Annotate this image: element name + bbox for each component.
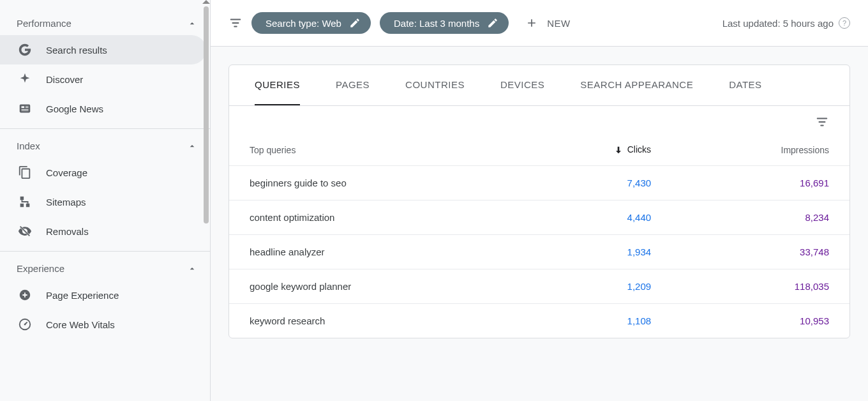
divider bbox=[0, 128, 210, 129]
vitals-icon bbox=[18, 317, 32, 331]
new-label: NEW bbox=[547, 18, 571, 29]
nav-page-experience[interactable]: Page Experience bbox=[0, 280, 206, 310]
cell-query: keyword research bbox=[229, 304, 514, 338]
section-experience[interactable]: Experience bbox=[0, 257, 210, 280]
chip-label: Date: Last 3 months bbox=[394, 18, 479, 29]
table-row[interactable]: google keyword planner 1,209 118,035 bbox=[229, 269, 849, 304]
nav-google-news[interactable]: Google News bbox=[0, 94, 206, 123]
nav-search-results[interactable]: Search results bbox=[0, 35, 206, 64]
divider bbox=[0, 251, 210, 252]
tab-dates[interactable]: DATES bbox=[729, 65, 761, 105]
svg-rect-2 bbox=[26, 106, 29, 107]
nav-label: Discover bbox=[46, 74, 83, 85]
nav-label: Removals bbox=[46, 226, 89, 237]
search-type-chip[interactable]: Search type: Web bbox=[251, 12, 371, 34]
toolbar: Search type: Web Date: Last 3 months NEW… bbox=[211, 0, 868, 47]
cell-query: headline analyzer bbox=[229, 235, 514, 269]
chevron-up-icon bbox=[187, 264, 197, 274]
queries-card: QUERIES PAGES COUNTRIES DEVICES SEARCH A… bbox=[228, 64, 850, 338]
svg-rect-7 bbox=[20, 204, 24, 208]
col-query[interactable]: Top queries bbox=[229, 134, 514, 166]
last-updated: Last updated: 5 hours ago ? bbox=[722, 17, 850, 29]
section-label: Experience bbox=[17, 263, 64, 274]
section-index[interactable]: Index bbox=[0, 134, 210, 158]
google-icon bbox=[18, 43, 32, 57]
cell-clicks: 7,430 bbox=[514, 166, 671, 200]
removal-icon bbox=[18, 224, 32, 238]
chevron-up-icon bbox=[187, 19, 197, 29]
nav-discover[interactable]: Discover bbox=[0, 64, 206, 94]
table-row[interactable]: beginners guide to seo 7,430 16,691 bbox=[229, 166, 849, 200]
section-label: Index bbox=[17, 140, 40, 151]
svg-point-13 bbox=[24, 324, 26, 326]
table-row[interactable]: keyword research 1,108 10,953 bbox=[229, 304, 849, 338]
nav-label: Sitemaps bbox=[46, 197, 86, 208]
chevron-up-icon bbox=[187, 141, 197, 151]
chip-label: Search type: Web bbox=[266, 18, 341, 29]
nav-label: Page Experience bbox=[46, 290, 119, 301]
svg-rect-1 bbox=[22, 106, 25, 108]
news-icon bbox=[18, 102, 32, 116]
table-header-row: Top queries Clicks Impressions bbox=[229, 134, 849, 166]
nav-sitemaps[interactable]: Sitemaps bbox=[0, 187, 206, 216]
nav-label: Search results bbox=[46, 45, 107, 56]
pencil-icon bbox=[487, 17, 498, 29]
sitemap-icon bbox=[18, 195, 32, 209]
queries-table: Top queries Clicks Impressions beginners… bbox=[229, 134, 849, 338]
cell-impressions: 16,691 bbox=[671, 166, 849, 200]
filter-icon[interactable] bbox=[228, 16, 243, 30]
tabs: QUERIES PAGES COUNTRIES DEVICES SEARCH A… bbox=[229, 65, 849, 106]
cell-clicks: 1,934 bbox=[514, 235, 671, 269]
section-performance[interactable]: Performance bbox=[0, 11, 210, 35]
pages-icon bbox=[18, 165, 32, 179]
section-label: Performance bbox=[17, 18, 71, 29]
svg-rect-6 bbox=[20, 197, 24, 200]
cell-clicks: 1,108 bbox=[514, 304, 671, 338]
svg-rect-8 bbox=[26, 204, 30, 208]
tab-queries[interactable]: QUERIES bbox=[255, 65, 300, 105]
cell-impressions: 118,035 bbox=[671, 269, 849, 304]
table-row[interactable]: headline analyzer 1,934 33,748 bbox=[229, 235, 849, 269]
new-filter-button[interactable]: NEW bbox=[518, 11, 578, 34]
help-icon[interactable]: ? bbox=[839, 17, 850, 29]
main: Search type: Web Date: Last 3 months NEW… bbox=[211, 0, 868, 401]
col-clicks[interactable]: Clicks bbox=[514, 134, 671, 166]
nav-coverage[interactable]: Coverage bbox=[0, 158, 206, 187]
pencil-icon bbox=[349, 17, 361, 29]
nav-core-web-vitals[interactable]: Core Web Vitals bbox=[0, 310, 206, 339]
cell-clicks: 1,209 bbox=[514, 269, 671, 304]
scrollbar[interactable] bbox=[202, 0, 210, 401]
svg-rect-3 bbox=[26, 107, 29, 108]
sparkle-icon bbox=[18, 72, 32, 86]
plus-icon bbox=[525, 17, 538, 29]
svg-rect-4 bbox=[22, 109, 29, 110]
tab-search-appearance[interactable]: SEARCH APPEARANCE bbox=[580, 65, 693, 105]
cell-impressions: 8,234 bbox=[671, 200, 849, 235]
tab-countries[interactable]: COUNTRIES bbox=[405, 65, 465, 105]
nav-label: Core Web Vitals bbox=[46, 319, 115, 330]
nav-label: Coverage bbox=[46, 167, 87, 178]
cell-impressions: 33,748 bbox=[671, 235, 849, 269]
col-impressions[interactable]: Impressions bbox=[671, 134, 849, 166]
nav-label: Google News bbox=[46, 103, 103, 114]
svg-rect-5 bbox=[22, 110, 29, 111]
content: QUERIES PAGES COUNTRIES DEVICES SEARCH A… bbox=[211, 47, 868, 401]
circle-plus-icon bbox=[18, 288, 32, 302]
table-filter-icon[interactable] bbox=[815, 115, 829, 129]
sort-desc-icon bbox=[613, 145, 624, 155]
cell-query: content optimization bbox=[229, 200, 514, 235]
svg-rect-0 bbox=[20, 105, 31, 113]
tab-pages[interactable]: PAGES bbox=[336, 65, 370, 105]
nav-removals[interactable]: Removals bbox=[0, 216, 206, 246]
cell-query: beginners guide to seo bbox=[229, 166, 514, 200]
tab-devices[interactable]: DEVICES bbox=[500, 65, 544, 105]
sidebar: Performance Search results Discover Goog… bbox=[0, 0, 211, 401]
date-chip[interactable]: Date: Last 3 months bbox=[380, 12, 509, 34]
cell-impressions: 10,953 bbox=[671, 304, 849, 338]
cell-clicks: 4,440 bbox=[514, 200, 671, 235]
cell-query: google keyword planner bbox=[229, 269, 514, 304]
table-row[interactable]: content optimization 4,440 8,234 bbox=[229, 200, 849, 235]
